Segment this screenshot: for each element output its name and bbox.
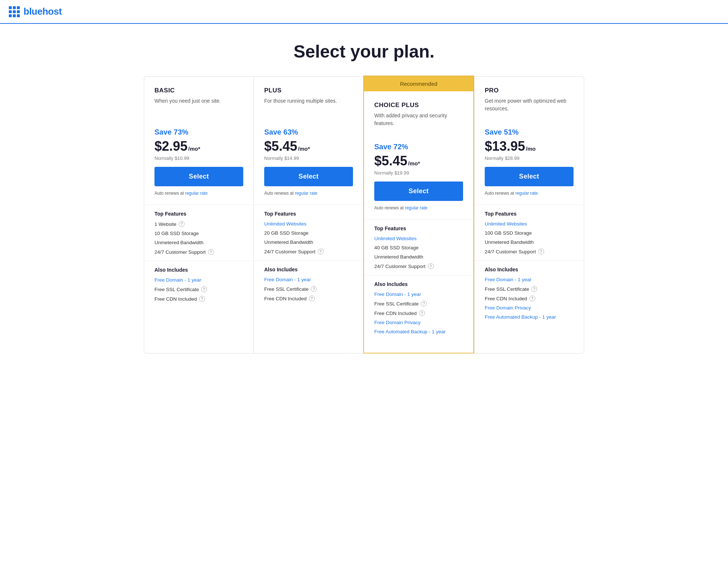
also-feature-pro-1: Free SSL Certificate ? xyxy=(485,286,574,292)
top-feature-pro-2: Unmetered Bandwidth xyxy=(485,239,574,245)
top-feature-text-basic-1: 10 GB SSD Storage xyxy=(154,231,199,236)
top-feature-basic-3: 24/7 Customer Support ? xyxy=(154,249,243,255)
top-feature-choice-plus-2: Unmetered Bandwidth xyxy=(374,254,463,260)
normal-price-choice-plus: Normally $19.99 xyxy=(374,170,463,176)
auto-renew-pro: Auto renews at regular rate xyxy=(485,191,574,196)
plan-desc-plus: For those running multiple sites. xyxy=(264,97,353,119)
top-feature-text-plus-3: 24/7 Customer Support xyxy=(264,249,316,254)
price-row-basic: $2.95 /mo* xyxy=(154,139,243,154)
plan-card-pro: PRO Get more power with optimized web re… xyxy=(474,76,584,353)
features-section-basic: Top Features 1 Website ? 10 GB SSD Stora… xyxy=(144,211,254,255)
top-feature-text-basic-3: 24/7 Customer Support xyxy=(154,249,206,255)
also-includes-label-basic: Also Includes xyxy=(154,267,243,273)
plan-card-basic: BASIC When you need just one site. Save … xyxy=(144,76,254,353)
also-info-icon-pro-1[interactable]: ? xyxy=(531,286,537,292)
select-button-basic[interactable]: Select xyxy=(154,167,243,186)
auto-renew-choice-plus: Auto renews at regular rate xyxy=(374,205,463,210)
also-feature-text-choice-plus-1: Free SSL Certificate xyxy=(374,301,419,307)
also-feature-choice-plus-0: Free Domain - 1 year xyxy=(374,292,463,297)
also-feature-basic-0: Free Domain - 1 year xyxy=(154,277,243,283)
divider-also-choice-plus xyxy=(364,275,473,275)
divider-top-pro xyxy=(474,205,584,205)
top-feature-choice-plus-1: 40 GB SSD Storage xyxy=(374,245,463,250)
also-feature-text-choice-plus-0: Free Domain - 1 year xyxy=(374,292,421,297)
also-includes-label-plus: Also Includes xyxy=(264,267,353,272)
also-feature-basic-1: Free SSL Certificate ? xyxy=(154,286,243,292)
also-feature-text-basic-2: Free CDN Included xyxy=(154,296,197,302)
divider-also-plus xyxy=(254,260,363,261)
plan-name-pro: PRO xyxy=(485,87,574,94)
also-info-icon-choice-plus-2[interactable]: ? xyxy=(419,310,425,316)
normal-price-pro: Normally $28.99 xyxy=(485,155,574,161)
price-row-choice-plus: $5.45 /mo* xyxy=(374,153,463,169)
top-feature-text-plus-1: 20 GB SSD Storage xyxy=(264,230,309,236)
features-section-choice-plus: Top Features Unlimited Websites 40 GB SS… xyxy=(364,225,473,269)
regular-rate-link-basic[interactable]: regular rate xyxy=(185,191,207,196)
regular-rate-link-pro[interactable]: regular rate xyxy=(515,191,538,196)
top-feature-text-choice-plus-2: Unmetered Bandwidth xyxy=(374,254,423,260)
regular-rate-link-choice-plus[interactable]: regular rate xyxy=(405,205,427,210)
plan-desc-choice-plus: With added privacy and security features… xyxy=(374,112,463,134)
also-feature-text-pro-2: Free CDN Included xyxy=(485,296,527,301)
also-feature-text-plus-0: Free Domain - 1 year xyxy=(264,277,311,282)
price-row-pro: $13.95 /mo xyxy=(485,139,574,154)
also-feature-pro-4: Free Automated Backup - 1 year xyxy=(485,314,574,320)
normal-price-basic: Normally $10.99 xyxy=(154,155,243,161)
also-feature-plus-0: Free Domain - 1 year xyxy=(264,277,353,282)
also-feature-text-pro-1: Free SSL Certificate xyxy=(485,286,529,292)
plan-body-basic: BASIC When you need just one site. Save … xyxy=(144,77,254,196)
also-info-icon-basic-1[interactable]: ? xyxy=(201,286,207,292)
top-feature-plus-1: 20 GB SSD Storage xyxy=(264,230,353,236)
top-feature-text-basic-0: 1 Website xyxy=(154,221,176,227)
also-feature-text-basic-0: Free Domain - 1 year xyxy=(154,277,201,283)
auto-renew-plus: Auto renews at regular rate xyxy=(264,191,353,196)
info-icon-plus-3[interactable]: ? xyxy=(318,249,324,254)
recommended-badge: Recommended xyxy=(364,76,473,91)
also-info-icon-basic-2[interactable]: ? xyxy=(199,296,205,302)
also-info-icon-pro-2[interactable]: ? xyxy=(529,296,535,301)
price-row-plus: $5.45 /mo* xyxy=(264,139,353,154)
top-feature-choice-plus-3: 24/7 Customer Support ? xyxy=(374,263,463,269)
top-feature-choice-plus-0: Unlimited Websites xyxy=(374,236,463,241)
price-per-pro: /mo xyxy=(526,146,536,152)
info-icon-choice-plus-3[interactable]: ? xyxy=(428,263,434,269)
top-features-label-pro: Top Features xyxy=(485,211,574,217)
price-per-basic: /mo* xyxy=(188,146,200,152)
top-feature-plus-0: Unlimited Websites xyxy=(264,221,353,227)
top-feature-text-pro-1: 100 GB SSD Storage xyxy=(485,230,532,236)
plans-container: BASIC When you need just one site. Save … xyxy=(136,76,592,353)
top-feature-text-pro-3: 24/7 Customer Support xyxy=(485,249,536,254)
info-icon-basic-3[interactable]: ? xyxy=(208,249,214,255)
also-info-icon-plus-1[interactable]: ? xyxy=(311,286,317,292)
info-icon-pro-3[interactable]: ? xyxy=(538,249,544,254)
plan-body-pro: PRO Get more power with optimized web re… xyxy=(474,77,584,196)
also-info-icon-choice-plus-1[interactable]: ? xyxy=(421,301,427,307)
select-button-choice-plus[interactable]: Select xyxy=(374,182,463,201)
page-title-section: Select your plan. xyxy=(0,24,728,76)
regular-rate-link-plus[interactable]: regular rate xyxy=(295,191,317,196)
save-badge-choice-plus: Save 72% xyxy=(374,143,463,151)
select-button-pro[interactable]: Select xyxy=(485,167,574,186)
price-plus: $5.45 xyxy=(264,139,297,154)
also-feature-text-pro-4: Free Automated Backup - 1 year xyxy=(485,314,556,320)
also-feature-text-choice-plus-3: Free Domain Privacy xyxy=(374,320,421,325)
also-feature-text-choice-plus-4: Free Automated Backup - 1 year xyxy=(374,329,445,334)
plan-desc-basic: When you need just one site. xyxy=(154,97,243,119)
divider-top-basic xyxy=(144,205,254,205)
also-feature-text-pro-3: Free Domain Privacy xyxy=(485,305,531,311)
also-feature-pro-3: Free Domain Privacy xyxy=(485,305,574,311)
normal-price-plus: Normally $14.99 xyxy=(264,155,353,161)
top-feature-pro-1: 100 GB SSD Storage xyxy=(485,230,574,236)
also-feature-text-pro-0: Free Domain - 1 year xyxy=(485,277,532,282)
price-choice-plus: $5.45 xyxy=(374,153,407,169)
features-section-pro: Top Features Unlimited Websites 100 GB S… xyxy=(474,211,584,254)
also-feature-plus-1: Free SSL Certificate ? xyxy=(264,286,353,292)
also-info-icon-plus-2[interactable]: ? xyxy=(309,296,315,301)
also-feature-choice-plus-3: Free Domain Privacy xyxy=(374,320,463,325)
also-includes-label-choice-plus: Also Includes xyxy=(374,281,463,287)
divider-also-basic xyxy=(144,261,254,261)
also-feature-text-plus-1: Free SSL Certificate xyxy=(264,286,309,292)
logo-text: bluehost xyxy=(23,6,62,17)
select-button-plus[interactable]: Select xyxy=(264,167,353,186)
info-icon-basic-0[interactable]: ? xyxy=(179,221,185,227)
